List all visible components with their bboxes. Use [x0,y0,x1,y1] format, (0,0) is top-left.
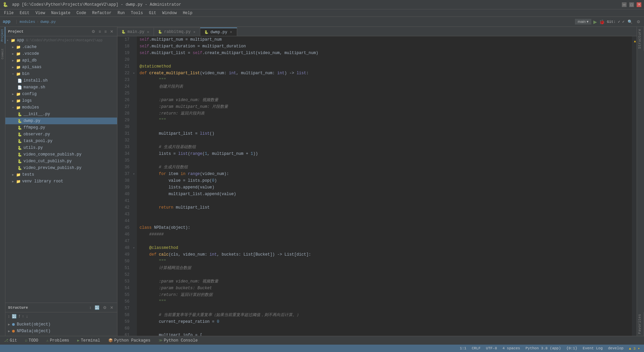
expand-icon[interactable]: ≡ [98,29,102,34]
minimize-button[interactable]: ─ [622,2,627,7]
titlebar-left: 🐍 app [G:\Codes\Python\Projects\MontageV… [3,2,181,7]
close-panel-button[interactable]: ✕ [109,29,114,34]
struct-down-btn[interactable]: ↓ [25,314,29,319]
menu-item-run[interactable]: Run [115,10,127,16]
menu-item-window[interactable]: Window [160,10,179,16]
code-line-21: @staticmethod [140,63,629,70]
tree-item-config[interactable]: ▶ 📁 config [5,91,117,97]
struct-item-bucket[interactable]: ▶ Bucket(object) [5,321,117,328]
menu-item-view[interactable]: View [33,10,48,16]
menu-item-code[interactable]: Code [74,10,89,16]
tree-item-task-pool-py[interactable]: 🐍 task_pool.py [5,138,117,144]
settings-struct-icon[interactable]: ⚙ [102,305,108,310]
tree-item-api-saas[interactable]: ▶ 📁 api_saas [5,64,117,71]
project-tab-icon[interactable]: Project [0,27,5,44]
right-scrollbar[interactable]: ▲ [632,36,637,336]
tree-arrow: ▶ [12,92,16,96]
tab-rabbitmq-py[interactable]: 🐍 rabbitmq.py × [154,28,200,36]
bottom-tab-python-packages[interactable]: 📦 Python Packages [107,338,152,344]
tree-item-app[interactable]: ▾ 📁 app G:\Codes\Python\Projects\Montage… [5,37,117,44]
run-button[interactable]: ▶ [593,19,597,25]
structure-side-tab[interactable]: Structure [637,27,644,51]
breadcrumb-modules[interactable]: modules [20,20,35,24]
tree-item-bin[interactable]: ▾ 📁 bin [5,71,117,77]
settings-button[interactable]: ⚙ [636,19,641,25]
tree-item-manage-sh[interactable]: 📄 manage.sh [5,84,117,91]
menu-item-edit[interactable]: Edit [17,10,32,16]
bottom-tab-git[interactable]: ⎇ Git [3,338,18,344]
tree-item-modules[interactable]: ▾ 📁 modules [5,104,117,111]
fold-37[interactable]: ▾ [131,171,137,177]
menu-item-git[interactable]: Git [146,10,159,16]
code-line-24: 创建片段列表 [140,83,629,90]
filter-icon[interactable]: 🔣 [94,305,101,310]
favorites-side-tab[interactable]: Favorites [637,312,644,336]
commit-tab-icon[interactable]: Commit [0,46,5,61]
menu-item-navigate[interactable]: Navigate [48,10,73,16]
folder-icon: 📁 [16,173,21,177]
menu-item-tools[interactable]: Tools [128,10,146,16]
tree-label-tests: tests [22,172,34,177]
collapse-icon[interactable]: ≡ [103,29,108,34]
status-position[interactable]: 1:1 [460,346,467,350]
branch-button[interactable]: main ▾ [575,19,591,25]
menubar: FileEditViewNavigateCodeRefactorRunTools… [0,9,644,17]
tree-item-vscode[interactable]: ▶ 📁 .vscode [5,50,117,57]
status-line-ending[interactable]: CRLF [472,346,480,350]
close-struct-button[interactable]: ✕ [109,305,114,310]
code-editor: 17 18 19 20 21 22 23 24 25 26 27 28 29 3… [117,36,637,336]
tree-item-observer-py[interactable]: 🐍 observer.py [5,131,117,138]
tree-item-install-sh[interactable]: 📄 install.sh [5,77,117,84]
fold-49[interactable]: ▾ [131,245,137,251]
fold-22[interactable]: ▾ [131,70,137,77]
line-num-31: 31 [119,130,129,137]
tab-close-dwmp[interactable]: × [229,30,233,34]
tree-item-logs[interactable]: ▶ 📁 logs [5,97,117,104]
menu-item-help[interactable]: Help [180,10,195,16]
tree-item-dwmp-py[interactable]: 🐍 dwmp.py [5,118,117,124]
gear-icon[interactable]: ⚙ [91,29,96,34]
code-line-61: multipart_info = [ [140,332,629,336]
tree-item-tests[interactable]: ▶ 📁 tests [5,171,117,178]
tree-item-utils-py[interactable]: 🐍 utils.py [5,144,117,151]
close-button[interactable]: ✕ [637,2,641,7]
code-content[interactable]: self.multipart_num = multipart_num self.… [137,36,632,336]
menu-item-refactor[interactable]: Refactor [90,10,114,16]
tree-item-video-cut-publish-py[interactable]: 🐍 video_cut_publish.py [5,158,117,165]
bottom-tab-python-console[interactable]: ≫ Python Console [157,338,199,344]
tree-item-venv[interactable]: ▶ 📁 venv library root [5,178,117,185]
struct-up-btn[interactable]: ↑ [21,314,25,319]
search-button[interactable]: 🔍 [627,19,634,25]
struct-sort-btn[interactable]: ↕ [7,314,11,319]
python-file-icon: 🐍 [17,119,23,123]
bottom-tab-problems[interactable]: ⚠ Problems [45,338,70,344]
tab-main-py[interactable]: 🐍 main.py × [117,28,154,36]
struct-filter-btn[interactable]: 🔣 [11,314,18,319]
tree-item-video-preview-publish-py[interactable]: 🐍 video_preview_publish.py [5,165,117,171]
sort-icon[interactable]: ↕ [88,305,92,310]
status-indent[interactable]: 4 spaces [502,346,520,350]
maximize-button[interactable]: □ [629,2,634,7]
status-warning[interactable]: ▲ 3 ▾ [629,346,640,351]
tab-close-main[interactable]: × [146,30,150,34]
tree-item-ffmpeg-py[interactable]: 🐍 ffmpeg.py [5,124,117,131]
menu-item-file[interactable]: File [1,10,16,16]
struct-f-btn[interactable]: f [18,314,21,319]
status-python[interactable]: Python 3.8 (app) [526,346,561,350]
tab-close-rabbitmq[interactable]: × [193,30,196,34]
breadcrumb-file[interactable]: dwmp.py [40,20,56,24]
bottom-tab-terminal[interactable]: ▶ Terminal [76,338,101,344]
tree-label-bin: bin [22,72,30,76]
tree-item-cache[interactable]: ▶ 📁 .cache [5,44,117,50]
tab-dwmp-py[interactable]: 🐍 dwmp.py × [200,28,237,36]
struct-item-npdata[interactable]: ▶ NPData(object) [5,328,117,335]
bottom-tab-todo[interactable]: ☑ TODO [24,338,40,344]
status-encoding[interactable]: UTF-8 [486,346,497,350]
tree-item-init-py[interactable]: 🐍 __init__.py [5,111,117,118]
tab-bar: 🐍 main.py × 🐍 rabbitmq.py × 🐍 dwmp.py × [117,27,637,36]
debug-button[interactable]: 🐞 [599,19,605,25]
tree-item-video-compose-publish-py[interactable]: 🐍 video_compose_publish.py [5,151,117,158]
status-event-log[interactable]: Event Log [583,346,602,350]
status-git-info[interactable]: {0:1} [566,346,577,350]
tree-item-api-db[interactable]: ▶ 📁 api_db [5,57,117,64]
